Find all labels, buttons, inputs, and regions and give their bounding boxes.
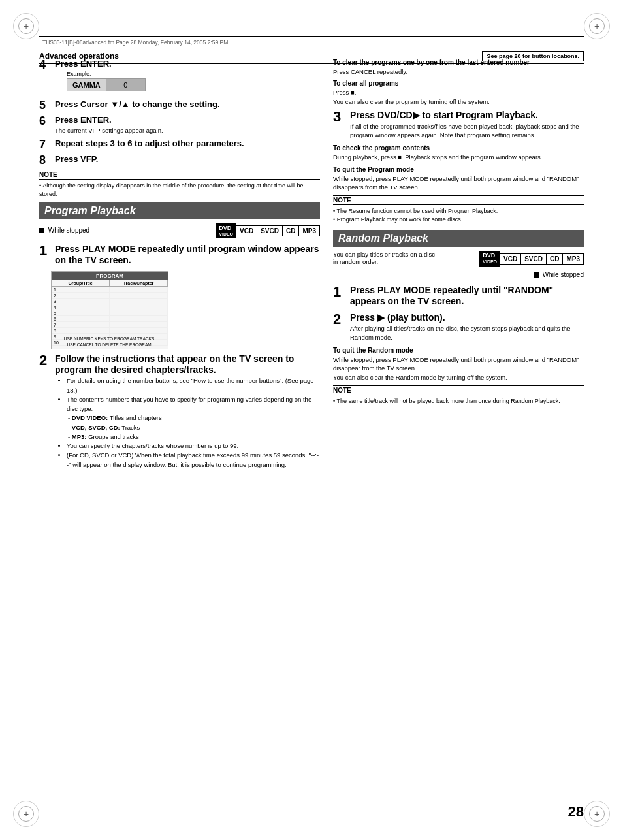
note-vfp-title: NOTE <box>39 170 320 180</box>
random-step-2: 2 Press ▶ (play button). After playing a… <box>333 312 584 342</box>
random-step-2-body: After playing all titles/tracks on the d… <box>350 324 584 342</box>
prog-image-header: PROGRAM <box>52 272 168 280</box>
prog-step-2-title: Follow the instructions that appear on t… <box>55 353 320 376</box>
example-label: Example: <box>67 71 320 77</box>
format-badges-left: DVDVIDEO VCD SVCD CD MP3 <box>216 223 320 239</box>
page: + + + + THS33-11[B]-06advanced.fm Page 2… <box>0 0 623 840</box>
prog-col1: Group/Title <box>52 280 110 286</box>
step-6-title: Press ENTER. <box>55 115 320 125</box>
header-meta: THS33-11[B]-06advanced.fm Page 28 Monday… <box>42 39 228 46</box>
badge-svcd: SVCD <box>257 225 282 236</box>
disc-type-mp3-value: Groups and tracks <box>88 433 139 440</box>
step-8-title: Press VFP. <box>55 154 320 165</box>
list-item: VCD, SVCD, CD: Tracks <box>68 423 320 432</box>
prog-step-2: 2 Follow the instructions that appear on… <box>39 353 320 470</box>
gamma-display: GAMMA 0 <box>67 78 146 91</box>
random-step-1-num: 1 <box>333 285 347 307</box>
prog-step-3: 3 Press DVD/CD▶ to start Program Playbac… <box>333 110 584 139</box>
while-stopped-left: While stopped <box>39 227 89 234</box>
clear-one-by-one: To clear the programs one by one from th… <box>333 59 584 76</box>
prog-col2: Track/Chapter <box>110 280 168 286</box>
clear-one-title: To clear the programs one by one from th… <box>333 59 584 66</box>
step-5-number: 5 <box>39 99 52 111</box>
badge-cd: CD <box>282 225 298 236</box>
badge-mp3: MP3 <box>298 225 320 236</box>
prog-step-3-body: If all of the programmed tracks/files ha… <box>350 122 584 140</box>
badge-dvd-random: DVDVIDEO <box>479 251 500 267</box>
list-item: MP3: Groups and tracks <box>68 432 320 442</box>
badge-vcd-random: VCD <box>500 253 520 265</box>
prog-step-2-num: 2 <box>39 353 52 470</box>
gamma-label: GAMMA <box>67 78 106 91</box>
note-random-title: NOTE <box>333 385 584 395</box>
quit-random-title: To quit the Random mode <box>333 347 584 354</box>
step-6-sub: The current VFP settings appear again. <box>55 126 320 135</box>
prog-step-2-list: For details on using the number buttons,… <box>60 376 320 470</box>
note-random-content: • The same title/track will not be playe… <box>333 397 584 406</box>
badge-svcd-random: SVCD <box>520 253 546 265</box>
badge-mp3-random: MP3 <box>562 253 584 265</box>
random-intro-text: You can play titles or tracks on a disc … <box>333 251 438 265</box>
content-area: 4 Press ENTER. Example: GAMMA 0 5 Press … <box>39 59 584 794</box>
random-step-1-title: Press PLAY MODE repeatedly until "RANDOM… <box>350 285 584 307</box>
random-step-1: 1 Press PLAY MODE repeatedly until "RAND… <box>333 285 584 307</box>
prog-step-1-title: Press PLAY MODE repeatedly until program… <box>55 244 320 266</box>
program-playback-header: Program Playback <box>39 202 320 219</box>
note-bullet-1: • The Resume function cannot be used wit… <box>333 207 584 216</box>
while-stopped-random: While stopped <box>534 271 584 278</box>
quit-random: To quit the Random mode While stopped, p… <box>333 347 584 381</box>
clear-all-title: To clear all programs <box>333 80 584 87</box>
disc-type-dvd-value: Titles and chapters <box>110 414 162 421</box>
note-program-content: • The Resume function cannot be used wit… <box>333 207 584 223</box>
random-step-2-num: 2 <box>333 312 347 342</box>
step-6-number: 6 <box>39 115 52 135</box>
step-4-number: 4 <box>39 59 52 95</box>
prog-step-1: 1 Press PLAY MODE repeatedly until progr… <box>39 244 320 267</box>
step-5: 5 Press Cursor ▼/▲ to change the setting… <box>39 99 320 111</box>
quit-random-content: While stopped, press PLAY MODE repeatedl… <box>333 355 584 381</box>
quit-program-content: While stopped, press PLAY MODE repeatedl… <box>333 174 584 192</box>
clear-one-content: Press CANCEL repeatedly. <box>333 67 584 76</box>
random-intro-row: You can play titles or tracks on a disc … <box>333 251 584 282</box>
step-4: 4 Press ENTER. Example: GAMMA 0 <box>39 59 320 95</box>
step-8: 8 Press VFP. <box>39 154 320 166</box>
left-column: 4 Press ENTER. Example: GAMMA 0 5 Press … <box>39 59 320 794</box>
disc-type-mp3-label: MP3: <box>72 433 87 440</box>
note-vfp-bullet: • Although the setting display disappear… <box>39 182 303 197</box>
list-item: For details on using the number buttons,… <box>67 376 320 395</box>
disc-type-vcd-value: Tracks <box>121 424 140 431</box>
right-column: To clear the programs one by one from th… <box>333 59 584 794</box>
step-7: 7 Repeat steps 3 to 6 to adjust other pa… <box>39 138 320 150</box>
random-playback-header: Random Playback <box>333 230 584 247</box>
note-bullet-2: • Program Playback may not work for some… <box>333 216 584 224</box>
step-7-number: 7 <box>39 138 52 150</box>
quit-program: To quit the Program mode While stopped, … <box>333 166 584 192</box>
disc-type-vcd-label: VCD, SVCD, CD: <box>72 424 120 431</box>
corner-decoration-tl: + <box>13 13 39 39</box>
step-6: 6 Press ENTER. The current VFP settings … <box>39 115 320 135</box>
black-square-icon <box>39 228 44 233</box>
list-item: You can specify the chapters/tracks whos… <box>67 442 320 451</box>
step-7-title: Repeat steps 3 to 6 to adjust other para… <box>55 138 320 149</box>
badge-dvd: DVDVIDEO <box>216 223 236 239</box>
clear-all: To clear all programs Press ■. You can a… <box>333 80 584 106</box>
note-vfp: NOTE • Although the setting display disa… <box>39 170 320 198</box>
note-random: NOTE • The same title/track will not be … <box>333 385 584 406</box>
format-badges-random: DVDVIDEO VCD SVCD CD MP3 <box>479 251 584 267</box>
gamma-value: 0 <box>106 78 146 91</box>
step-4-title: Press ENTER. <box>55 59 320 69</box>
corner-decoration-tr: + <box>584 13 610 39</box>
page-header: THS33-11[B]-06advanced.fm Page 28 Monday… <box>39 36 584 48</box>
step-5-title: Press Cursor ▼/▲ to change the setting. <box>55 99 320 110</box>
list-item: The content's numbers that you have to s… <box>67 395 320 414</box>
list-item: DVD VIDEO: Titles and chapters <box>68 413 320 423</box>
program-image: PROGRAM Group/Title Track/Chapter 1 2 3 … <box>51 271 168 349</box>
black-square-icon-random <box>534 272 539 278</box>
badge-cd-random: CD <box>546 253 562 265</box>
note-random-bullet: • The same title/track will not be playe… <box>333 398 560 404</box>
list-item: (For CD, SVCD or VCD) When the total pla… <box>67 451 320 470</box>
step-8-number: 8 <box>39 154 52 166</box>
random-step-2-title: Press ▶ (play button). <box>350 312 584 323</box>
clear-all-content: Press ■. You can also clear the program … <box>333 88 584 106</box>
check-program-title: To check the program contents <box>333 144 584 152</box>
